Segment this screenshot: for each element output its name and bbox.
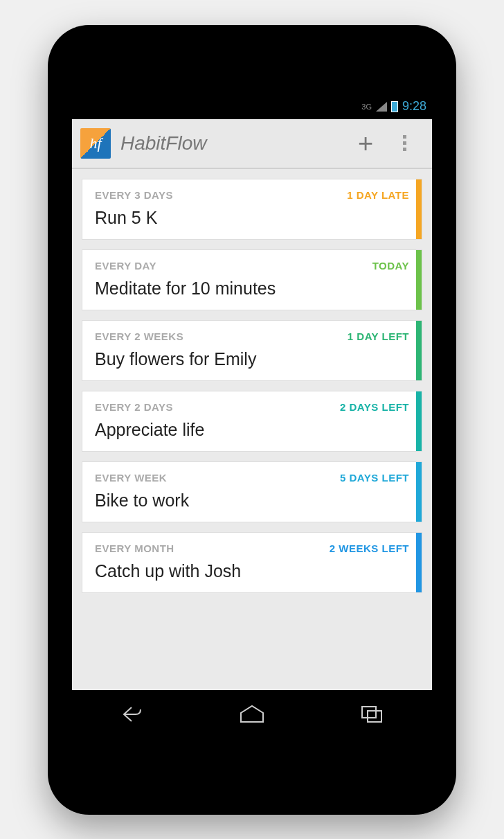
- add-button[interactable]: +: [346, 124, 385, 163]
- habit-status: 1 DAY LATE: [347, 189, 409, 201]
- status-bar: 3G 9:28: [72, 94, 432, 119]
- status-stripe: [416, 250, 422, 310]
- habit-title: Bike to work: [95, 491, 409, 511]
- habit-card[interactable]: EVERY WEEK5 DAYS LEFTBike to work: [82, 461, 422, 522]
- svg-rect-1: [368, 711, 381, 722]
- habit-card-header: EVERY WEEK5 DAYS LEFT: [95, 472, 409, 484]
- signal-icon: [376, 102, 387, 112]
- recent-apps-button[interactable]: [348, 701, 396, 727]
- overflow-menu-button[interactable]: [385, 124, 424, 163]
- app-logo-text: hf: [89, 134, 101, 152]
- habit-frequency: EVERY 3 DAYS: [95, 189, 173, 201]
- app-logo-icon: hf: [80, 128, 111, 159]
- clock: 9:28: [402, 99, 426, 114]
- phone-frame: 3G 9:28 hf HabitFlow + EVERY 3 DAYS1 DAY…: [48, 25, 456, 815]
- habit-card[interactable]: EVERY 2 DAYS2 DAYS LEFTAppreciate life: [82, 391, 422, 452]
- status-stripe: [416, 179, 422, 239]
- svg-rect-0: [362, 707, 376, 718]
- habit-frequency: EVERY WEEK: [95, 472, 167, 484]
- habit-card-header: EVERY DAYTODAY: [95, 260, 409, 272]
- habit-card[interactable]: EVERY DAYTODAYMeditate for 10 minutes: [82, 249, 422, 310]
- habit-list: EVERY 3 DAYS1 DAY LATERun 5 KEVERY DAYTO…: [72, 169, 432, 690]
- habit-status: 1 DAY LEFT: [348, 330, 409, 342]
- battery-icon: [391, 101, 398, 112]
- android-nav-bar: [72, 690, 432, 739]
- home-button[interactable]: [228, 701, 276, 727]
- habit-frequency: EVERY MONTH: [95, 542, 174, 554]
- network-label: 3G: [361, 103, 372, 111]
- habit-card-header: EVERY MONTH2 WEEKS LEFT: [95, 542, 409, 554]
- status-stripe: [416, 391, 422, 451]
- habit-card-header: EVERY 3 DAYS1 DAY LATE: [95, 189, 409, 201]
- back-button[interactable]: [108, 701, 156, 727]
- status-stripe: [416, 462, 422, 522]
- habit-card[interactable]: EVERY MONTH2 WEEKS LEFTCatch up with Jos…: [82, 532, 422, 593]
- habit-card-header: EVERY 2 DAYS2 DAYS LEFT: [95, 401, 409, 413]
- habit-status: 2 DAYS LEFT: [340, 401, 409, 413]
- habit-frequency: EVERY 2 DAYS: [95, 401, 173, 413]
- habit-title: Meditate for 10 minutes: [95, 279, 409, 299]
- plus-icon: +: [358, 130, 373, 157]
- habit-card[interactable]: EVERY 3 DAYS1 DAY LATERun 5 K: [82, 179, 422, 240]
- habit-card-header: EVERY 2 WEEKS1 DAY LEFT: [95, 330, 409, 342]
- habit-frequency: EVERY 2 WEEKS: [95, 330, 183, 342]
- habit-status: 2 WEEKS LEFT: [330, 542, 409, 554]
- habit-title: Buy flowers for Emily: [95, 349, 409, 369]
- screen: 3G 9:28 hf HabitFlow + EVERY 3 DAYS1 DAY…: [72, 94, 432, 739]
- habit-status: TODAY: [372, 260, 409, 272]
- action-bar: hf HabitFlow +: [72, 119, 432, 169]
- status-stripe: [416, 321, 422, 380]
- habit-title: Run 5 K: [95, 208, 409, 228]
- status-stripe: [416, 533, 422, 592]
- habit-title: Appreciate life: [95, 420, 409, 440]
- habit-frequency: EVERY DAY: [95, 260, 156, 272]
- habit-card[interactable]: EVERY 2 WEEKS1 DAY LEFTBuy flowers for E…: [82, 320, 422, 381]
- app-title: HabitFlow: [120, 132, 346, 154]
- habit-title: Catch up with Josh: [95, 561, 409, 581]
- habit-status: 5 DAYS LEFT: [340, 472, 409, 484]
- overflow-icon: [403, 135, 406, 151]
